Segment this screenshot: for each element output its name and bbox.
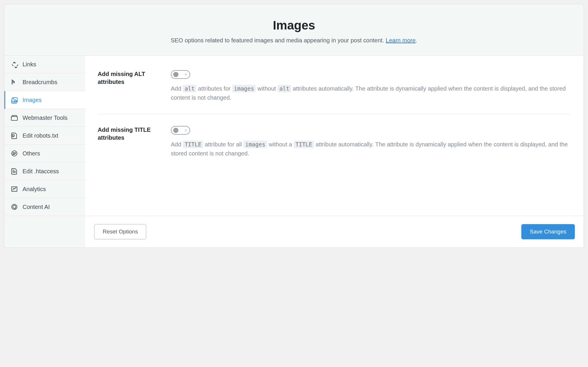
analytics-icon — [10, 185, 18, 193]
htaccess-file-icon — [10, 167, 18, 175]
setting-description-alt: Add alt attributes for images without al… — [171, 84, 570, 102]
setting-label: Add missing TITLE attributes — [98, 126, 159, 158]
sidebar-item-label: Webmaster Tools — [23, 115, 68, 121]
sidebar-item-others[interactable]: Others — [4, 145, 85, 162]
images-icon — [10, 96, 18, 104]
toggle-alt-attributes[interactable] — [171, 70, 190, 79]
page-title: Images — [16, 18, 572, 32]
sidebar-item-edit-robots[interactable]: Edit robots.txt — [4, 127, 85, 145]
learn-more-link[interactable]: Learn more — [386, 37, 416, 44]
footer-actions: Reset Options Save Changes — [85, 216, 584, 247]
sidebar-item-label: Edit robots.txt — [23, 132, 58, 139]
toggle-knob — [173, 72, 178, 77]
page-description: SEO options related to featured images a… — [16, 36, 572, 45]
toggle-dot — [185, 74, 187, 75]
toggle-dot — [185, 129, 187, 131]
sidebar-item-label: Breadcrumbs — [23, 79, 57, 86]
page-header: Images SEO options related to featured i… — [4, 4, 584, 56]
sidebar-item-label: Others — [23, 150, 40, 157]
reset-button[interactable]: Reset Options — [94, 224, 146, 239]
sidebar-item-label: Content AI — [23, 204, 50, 210]
setting-control: Add TITLE attribute for all images witho… — [171, 126, 570, 158]
content-ai-icon — [10, 203, 18, 211]
sidebar-item-links[interactable]: Links — [4, 56, 85, 73]
content-area: Add missing ALT attributes Add alt attri… — [85, 56, 584, 216]
sidebar-item-images[interactable]: Images — [4, 91, 85, 109]
sidebar-item-edit-htaccess[interactable]: Edit .htaccess — [4, 162, 85, 180]
setting-label: Add missing ALT attributes — [98, 70, 159, 102]
save-button[interactable]: Save Changes — [521, 224, 575, 239]
others-icon — [10, 149, 18, 157]
toggle-knob — [173, 128, 178, 133]
sidebar-item-webmaster-tools[interactable]: Webmaster Tools — [4, 109, 85, 127]
sidebar-item-breadcrumbs[interactable]: Breadcrumbs — [4, 73, 85, 91]
links-icon — [10, 60, 18, 68]
breadcrumbs-icon — [10, 78, 18, 86]
sidebar-item-label: Analytics — [23, 186, 46, 193]
settings-panel: Images SEO options related to featured i… — [4, 4, 584, 248]
setting-description-title: Add TITLE attribute for all images witho… — [171, 140, 570, 158]
description-suffix: . — [416, 37, 417, 44]
sidebar-item-label: Links — [23, 61, 36, 68]
sidebar-item-label: Images — [23, 97, 42, 103]
robots-file-icon — [10, 131, 18, 140]
sidebar-item-analytics[interactable]: Analytics — [4, 180, 85, 198]
setting-title-attributes: Add missing TITLE attributes Add TITLE a… — [98, 114, 570, 164]
sidebar-item-label: Edit .htaccess — [23, 168, 59, 175]
toggle-title-attributes[interactable] — [171, 126, 190, 135]
sidebar-item-content-ai[interactable]: Content AI — [4, 198, 85, 216]
setting-alt-attributes: Add missing ALT attributes Add alt attri… — [98, 67, 570, 114]
setting-control: Add alt attributes for images without al… — [171, 70, 570, 102]
panel-body: Links Breadcrumbs Images Webmaster Tools… — [4, 56, 584, 216]
webmaster-tools-icon — [10, 114, 18, 122]
sidebar: Links Breadcrumbs Images Webmaster Tools… — [4, 56, 85, 216]
description-text: SEO options related to featured images a… — [171, 37, 386, 44]
